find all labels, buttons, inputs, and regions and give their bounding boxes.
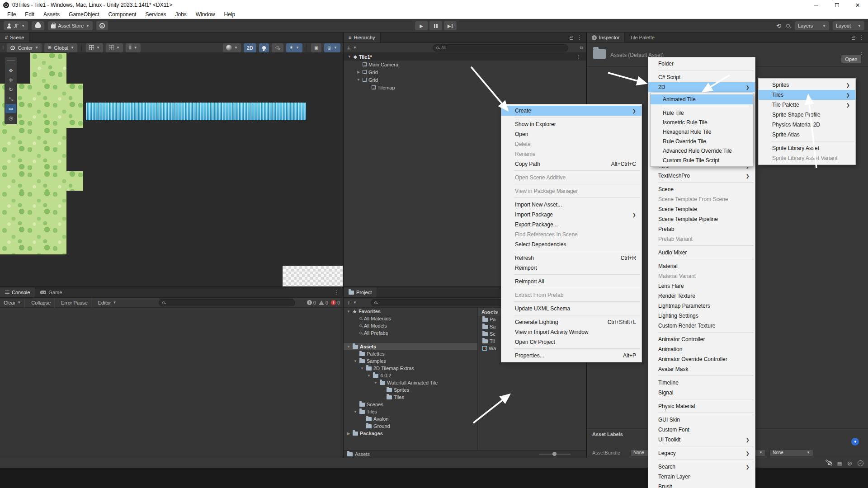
project-tree-item-waterfall-animated-tile[interactable]: ▼Waterfall Animated Tile [344,379,477,386]
menu-item-animator-controller[interactable]: Animator Controller [648,334,755,344]
asset-label-tag-icon[interactable]: ⬧ [851,438,859,446]
menu-item-ui-toolkit[interactable]: UI Toolkit❯ [648,435,755,445]
hierarchy-item-main-camera[interactable]: Main Camera [344,61,586,68]
scene-viewport[interactable]: ———— ✥ ✛ ↻ ⤡ ▭ ◎ [0,53,343,286]
menu-item-rule-tile[interactable]: Rule Tile [651,108,753,117]
menu-item-hexagonal-rule-tile[interactable]: Hexagonal Rule Tile [651,127,753,136]
menu-item-update-uxml-schema[interactable]: Update UXML Schema [501,304,642,314]
services-button[interactable] [96,21,108,30]
expander-icon[interactable]: ▼ [353,410,358,414]
project-tree-item-sprites[interactable]: Sprites [344,386,477,394]
tab-hierarchy[interactable]: ≡Hierarchy [344,33,381,42]
snap-increment-button[interactable]: ▼ [106,43,123,52]
tab-game[interactable]: Game [35,287,67,297]
lock-icon[interactable] [570,37,573,40]
hierarchy-item-grid[interactable]: ▶Grid [344,68,586,76]
transform-tool-button[interactable]: ◎ [5,113,16,122]
layers-dropdown[interactable]: Layers▼ [795,21,829,30]
open-button[interactable]: Open [841,55,862,63]
menu-item-animator-override-controller[interactable]: Animator Override Controller [648,354,755,364]
console-warning-badge[interactable]: 0 [319,300,328,305]
menu-item-legacy[interactable]: Legacy❯ [648,448,755,458]
tab-tile-palette[interactable]: Tile Palette [625,33,660,42]
minimize-button[interactable] [806,0,826,10]
kebab-menu-icon[interactable]: ⋮ [577,34,582,41]
menu-item-animation[interactable]: Animation [648,344,755,354]
expander-icon[interactable]: ▼ [356,78,361,82]
menu-item-gui-skin[interactable]: GUI Skin [648,415,755,425]
menu-item-select-dependencies[interactable]: Select Dependencies [501,239,642,249]
pivot-dropdown[interactable]: Center▼ [7,43,42,52]
menu-item-custom-render-texture[interactable]: Custom Render Texture [648,321,755,331]
menu-item-import-package[interactable]: Import Package❯ [501,210,642,220]
menu-item-scene-template-pipeline[interactable]: Scene Template Pipeline [648,214,755,224]
menu-item-2d[interactable]: 2D❯ [648,82,755,92]
project-add-button[interactable]: ＋▼ [346,299,357,307]
menu-item-signal[interactable]: Signal [648,388,755,398]
menu-gameobject[interactable]: GameObject [64,10,104,19]
console-collapse-button[interactable]: Collapse [28,298,55,308]
console-error-pause-button[interactable]: Error Pause [57,298,92,308]
menu-item-folder[interactable]: Folder [648,59,755,69]
menu-item-animated-tile[interactable]: Animated Tile [651,94,753,104]
move-tool-button[interactable]: ✛ [5,75,16,84]
menu-item-lighting-settings[interactable]: Lighting Settings [648,311,755,321]
expander-icon[interactable]: ▶ [356,70,361,74]
hand-tool-button[interactable]: ✥ [5,66,16,75]
toggle-2d-button[interactable]: 2D [244,43,256,52]
console-info-badge[interactable]: !0 [307,300,316,305]
menu-item-rule-override-tile[interactable]: Rule Override Tile [651,136,753,146]
console-error-badge[interactable]: !0 [331,300,340,305]
console-clear-button[interactable]: Clear▼ [0,298,25,308]
scale-tool-button[interactable]: ⤡ [5,94,16,103]
expander-icon[interactable]: ▶ [346,432,351,436]
menu-item-brush[interactable]: Brush [648,482,755,488]
menu-item-physic-material[interactable]: Physic Material [648,401,755,411]
notifications-muted-icon[interactable] [828,461,832,465]
menu-item-search[interactable]: Search❯ [648,462,755,472]
menu-item-terrain-layer[interactable]: Terrain Layer [648,472,755,482]
menu-file[interactable]: File [3,10,20,19]
menu-item-lightmap-parameters[interactable]: Lightmap Parameters [648,301,755,311]
project-tree-item-tiles[interactable]: ▼Tiles [344,408,477,415]
project-tree-item-avalon[interactable]: Avalon [344,415,477,422]
expander-icon[interactable]: ▼ [367,374,371,378]
hierarchy-add-button[interactable]: ＋▼ [346,44,357,52]
menu-item-create[interactable]: Create❯ [501,106,642,116]
project-tree-item-all-materials[interactable]: All Materials [344,315,477,322]
console-editor-dropdown[interactable]: Editor▼ [94,298,120,308]
menu-item-timeline[interactable]: Timeline [648,378,755,388]
play-button[interactable]: ▶ [415,21,428,30]
menu-item-sprite-library-asset[interactable]: Sprite Library Asset [759,143,855,153]
expander-icon[interactable]: ▼ [347,55,352,59]
menu-item-c-script[interactable]: C# Script [648,72,755,82]
drag-handle[interactable]: ———— [7,58,15,66]
project-tree-item-all-models[interactable]: All Models [344,322,477,329]
menu-item-scene[interactable]: Scene [648,184,755,194]
tab-inspector[interactable]: iInspector [587,33,625,42]
hierarchy-item-tilemap[interactable]: Tilemap [344,84,586,91]
menu-item-sprite-atlas[interactable]: Sprite Atlas [759,130,855,140]
menu-item-avatar-mask[interactable]: Avatar Mask [648,364,755,374]
menu-item-custom-font[interactable]: Custom Font [648,425,755,435]
project-tree-item-tiles[interactable]: Tiles [344,394,477,401]
menu-item-render-texture[interactable]: Render Texture [648,291,755,301]
menu-item-scene-template[interactable]: Scene Template [648,204,755,214]
expander-icon[interactable]: ▼ [353,359,358,363]
tab-console[interactable]: Console [0,287,35,297]
project-tree-item-scenes[interactable]: Scenes [344,401,477,408]
menu-item-isometric-rule-tile[interactable]: Isometric Rule Tile [651,117,753,127]
menu-item-show-in-explorer[interactable]: Show in Explorer [501,119,642,129]
menu-item-reimport[interactable]: Reimport [501,263,642,273]
menu-item-material[interactable]: Material [648,261,755,271]
menu-help[interactable]: Help [220,10,240,19]
hierarchy-item-tile1[interactable]: ▼◆Tile1*⋮ [344,53,586,61]
menu-item-textmeshpro[interactable]: TextMeshPro❯ [648,171,755,181]
menu-item-properties[interactable]: Properties...Alt+P [501,351,642,361]
maximize-button[interactable] [826,0,847,10]
draw-mode-dropdown[interactable]: ▼ [223,43,241,52]
menu-item-custom-rule-tile-script[interactable]: Custom Rule Tile Script [651,155,753,165]
menu-item-tiles[interactable]: Tiles❯ [759,90,855,100]
hierarchy-search-input[interactable]: All [433,44,568,52]
layout-dropdown[interactable]: Layout▼ [833,21,864,30]
